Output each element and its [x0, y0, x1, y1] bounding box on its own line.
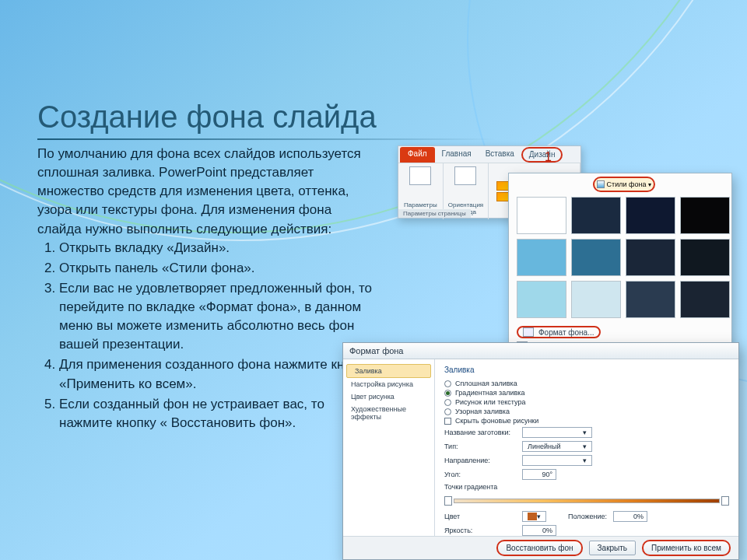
page-params-icon[interactable] — [409, 166, 431, 185]
style-swatch[interactable] — [680, 197, 730, 234]
checkbox-icon — [444, 418, 451, 425]
styles-swatch-icon — [597, 180, 605, 188]
style-swatch[interactable] — [571, 197, 621, 234]
intro-paragraph: По умолчанию для фона всех слайдов испол… — [37, 145, 372, 239]
type-select[interactable]: Линейный▾ — [522, 441, 592, 452]
apply-all-button[interactable]: Применить ко всем — [642, 540, 731, 556]
fill-radio-0[interactable]: Сплошная заливка — [444, 379, 729, 388]
nav-fill[interactable]: Заливка — [346, 364, 431, 378]
radio-icon — [444, 390, 451, 397]
style-swatch[interactable] — [680, 281, 730, 318]
chevron-down-icon: ▾ — [583, 429, 587, 436]
step-1: Открыть вкладку «Дизайн». — [59, 239, 372, 257]
dialog-main: Заливка Сплошная заливкаГрадиентная зали… — [435, 359, 738, 546]
tab-file[interactable]: Файл — [400, 147, 435, 163]
hide-bg-graphics[interactable]: Скрыть фоновые рисунки — [444, 416, 729, 425]
gradient-stops[interactable] — [444, 495, 729, 506]
dialog-title: Формат фона — [343, 343, 738, 359]
color-select[interactable]: ▾ — [522, 511, 546, 522]
preset-label: Название заготовки: — [444, 429, 516, 436]
radio-icon — [444, 380, 451, 387]
position-label: Положение: — [568, 513, 607, 520]
styles-button-label: Стили фона — [607, 180, 647, 188]
gradient-stop[interactable] — [444, 496, 452, 506]
reset-background-button[interactable]: Восстановить фон — [496, 540, 582, 556]
ribbon-group-caption: Параметры страницы — [398, 209, 471, 218]
style-swatch[interactable] — [571, 281, 621, 318]
style-swatch[interactable] — [626, 239, 675, 276]
color-label: Цвет — [444, 513, 516, 520]
radio-label: Градиентная заливка — [455, 389, 524, 397]
style-swatch[interactable] — [517, 197, 566, 234]
angle-label: Угол: — [444, 471, 516, 478]
chevron-down-icon: ▾ — [583, 443, 587, 450]
callout-1: 1 — [545, 150, 552, 164]
angle-spinner[interactable]: 90° — [522, 469, 556, 480]
background-styles-panel: Стили фона ▾ Формат фона... Восстановить… — [508, 173, 732, 356]
format-background-link[interactable]: Формат фона... — [517, 326, 601, 338]
position-spinner[interactable]: 0% — [613, 511, 647, 522]
direction-select[interactable]: ▾ — [522, 455, 592, 466]
style-swatch[interactable] — [517, 239, 566, 276]
step-3: Если вас не удовлетворяет предложенный ф… — [59, 279, 372, 355]
page-title: Создание фона слайда — [37, 100, 377, 135]
radio-icon — [444, 408, 451, 415]
radio-icon — [444, 399, 451, 406]
fill-radio-2[interactable]: Рисунок или текстура — [444, 397, 729, 407]
fill-radio-3[interactable]: Узорная заливка — [444, 407, 729, 416]
stops-label: Точки градиента — [444, 483, 516, 491]
chevron-down-icon: ▾ — [537, 513, 541, 520]
title-underline — [37, 138, 496, 140]
hide-bg-label: Скрыть фоновые рисунки — [455, 417, 538, 425]
step-4: Для применения созданного фона нажмите к… — [59, 355, 372, 393]
gradient-stop[interactable] — [721, 496, 729, 506]
close-button[interactable]: Закрыть — [589, 541, 637, 555]
style-swatch[interactable] — [517, 281, 566, 318]
background-styles-button[interactable]: Стили фона ▾ — [593, 177, 655, 192]
body-text: По умолчанию для фона всех слайдов испол… — [37, 145, 372, 434]
radio-label: Сплошная заливка — [455, 380, 517, 387]
nav-artistic-effects[interactable]: Художественные эффекты — [343, 403, 434, 423]
style-swatch[interactable] — [680, 239, 730, 276]
brightness-label: Яркость: — [444, 527, 516, 534]
nav-picture-corrections[interactable]: Настройка рисунка — [343, 378, 434, 390]
bucket-icon — [523, 327, 534, 337]
type-label: Тип: — [444, 443, 516, 450]
chevron-down-icon: ▾ — [583, 457, 587, 464]
nav-picture-color[interactable]: Цвет рисунка — [343, 390, 434, 403]
tab-home[interactable]: Главная — [435, 146, 479, 163]
steps-list: Открыть вкладку «Дизайн». Открыть панель… — [37, 239, 372, 432]
brightness-spinner[interactable]: 0% — [522, 525, 556, 536]
chevron-down-icon: ▾ — [648, 181, 651, 188]
step-2: Открыть панель «Стили фона». — [59, 259, 372, 278]
tab-insert[interactable]: Вставка — [479, 146, 521, 163]
gradient-bar[interactable] — [454, 499, 720, 503]
styles-grid — [517, 197, 730, 318]
radio-label: Узорная заливка — [455, 408, 510, 415]
orientation-icon[interactable] — [454, 166, 476, 185]
fill-radio-1[interactable]: Градиентная заливка — [444, 388, 729, 397]
color-swatch — [528, 513, 537, 520]
preset-select[interactable]: ▾ — [522, 427, 592, 438]
tab-design[interactable]: Дизайн — [521, 147, 563, 163]
type-value: Линейный — [528, 443, 560, 450]
radio-label: Рисунок или текстура — [455, 398, 525, 406]
step-5: Если созданный фон не устраивает вас, то… — [59, 395, 372, 432]
dialog-nav: Заливка Настройка рисунка Цвет рисунка Х… — [343, 359, 435, 546]
section-title: Заливка — [444, 366, 729, 374]
style-swatch[interactable] — [571, 239, 621, 276]
dialog-footer: Восстановить фон Закрыть Применить ко вс… — [343, 536, 738, 559]
style-swatch[interactable] — [626, 281, 675, 318]
style-swatch[interactable] — [626, 197, 675, 234]
format-background-dialog: Формат фона Заливка Настройка рисунка Цв… — [342, 342, 739, 560]
format-background-label: Формат фона... — [538, 328, 594, 337]
ribbon-tabs: Файл Главная Вставка Дизайн — [398, 146, 580, 163]
direction-label: Направление: — [444, 457, 516, 464]
